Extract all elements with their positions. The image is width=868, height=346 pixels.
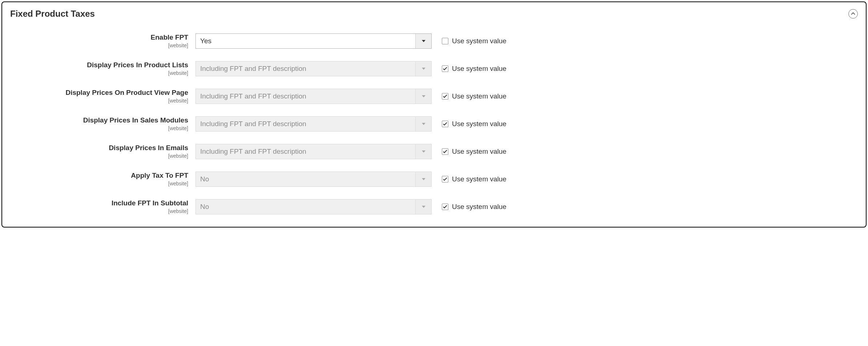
caret-down-icon <box>415 200 431 214</box>
scope-label: [website] <box>10 181 188 186</box>
checkmark-icon <box>443 122 447 126</box>
svg-marker-0 <box>422 40 425 42</box>
checkmark-icon <box>443 94 447 98</box>
use-system-col: Use system value <box>432 61 506 76</box>
field-label: Display Prices In Product Lists <box>10 61 188 69</box>
scope-label: [website] <box>10 153 188 159</box>
select-display-prices-product-view: Including FPT and FPT description <box>195 89 432 104</box>
svg-marker-6 <box>422 206 425 208</box>
caret-down-icon <box>415 172 431 186</box>
caret-down-icon <box>415 89 431 104</box>
select-value: Including FPT and FPT description <box>196 117 415 131</box>
field-label: Enable FPT <box>10 33 188 42</box>
select-col: No <box>195 172 432 187</box>
svg-marker-1 <box>422 68 425 70</box>
use-system-col: Use system value <box>432 172 506 187</box>
caret-down-icon <box>415 61 431 76</box>
label-col: Display Prices In Product Lists[website] <box>10 61 195 76</box>
scope-label: [website] <box>10 125 188 131</box>
checkmark-icon <box>443 177 447 181</box>
field-row-display-prices-product-view: Display Prices On Product View Page[webs… <box>10 89 858 104</box>
scope-label: [website] <box>10 208 188 214</box>
field-label: Display Prices On Product View Page <box>10 89 188 97</box>
label-col: Include FPT In Subtotal[website] <box>10 199 195 214</box>
select-display-prices-product-lists: Including FPT and FPT description <box>195 61 432 76</box>
select-display-prices-emails: Including FPT and FPT description <box>195 144 432 159</box>
use-system-checkbox-display-prices-product-lists[interactable] <box>442 65 448 72</box>
field-row-display-prices-sales-modules: Display Prices In Sales Modules[website]… <box>10 116 858 132</box>
field-row-display-prices-emails: Display Prices In Emails[website]Includi… <box>10 144 858 159</box>
use-system-col: Use system value <box>432 144 506 159</box>
use-system-checkbox-display-prices-sales-modules[interactable] <box>442 121 448 127</box>
panel-title: Fixed Product Taxes <box>10 9 95 19</box>
label-col: Display Prices On Product View Page[webs… <box>10 89 195 104</box>
label-col: Apply Tax To FPT[website] <box>10 172 195 186</box>
fields-container: Enable FPT[website]YesUse system valueDi… <box>10 33 858 214</box>
checkmark-icon <box>443 150 447 153</box>
select-value: No <box>196 200 415 214</box>
select-display-prices-sales-modules: Including FPT and FPT description <box>195 116 432 132</box>
use-system-label[interactable]: Use system value <box>452 120 506 128</box>
select-include-fpt-in-subtotal: No <box>195 199 432 214</box>
field-label: Display Prices In Emails <box>10 144 188 152</box>
select-col: Yes <box>195 33 432 49</box>
scope-label: [website] <box>10 70 188 76</box>
caret-down-icon <box>415 117 431 131</box>
use-system-label[interactable]: Use system value <box>452 92 506 100</box>
use-system-checkbox-include-fpt-in-subtotal[interactable] <box>442 204 448 210</box>
select-apply-tax-to-fpt: No <box>195 172 432 187</box>
scope-label: [website] <box>10 43 188 48</box>
field-row-apply-tax-to-fpt: Apply Tax To FPT[website]NoUse system va… <box>10 172 858 187</box>
select-col: Including FPT and FPT description <box>195 61 432 76</box>
scope-label: [website] <box>10 98 188 104</box>
select-col: Including FPT and FPT description <box>195 89 432 104</box>
use-system-label[interactable]: Use system value <box>452 148 506 156</box>
select-value: Including FPT and FPT description <box>196 89 415 104</box>
use-system-checkbox-display-prices-emails[interactable] <box>442 148 448 155</box>
select-value: Including FPT and FPT description <box>196 144 415 159</box>
use-system-label[interactable]: Use system value <box>452 65 506 73</box>
use-system-checkbox-display-prices-product-view[interactable] <box>442 93 448 100</box>
use-system-checkbox-apply-tax-to-fpt[interactable] <box>442 176 448 182</box>
use-system-col: Use system value <box>432 33 506 49</box>
field-row-enable-fpt: Enable FPT[website]YesUse system value <box>10 33 858 49</box>
use-system-checkbox-enable-fpt[interactable] <box>442 38 448 44</box>
checkmark-icon <box>443 67 447 71</box>
field-label: Include FPT In Subtotal <box>10 199 188 208</box>
svg-marker-2 <box>422 95 425 97</box>
panel-header: Fixed Product Taxes <box>10 9 858 19</box>
field-row-include-fpt-in-subtotal: Include FPT In Subtotal[website]NoUse sy… <box>10 199 858 214</box>
caret-down-icon <box>415 34 431 48</box>
label-col: Display Prices In Emails[website] <box>10 144 195 159</box>
select-col: Including FPT and FPT description <box>195 116 432 132</box>
use-system-label[interactable]: Use system value <box>452 203 506 211</box>
select-col: Including FPT and FPT description <box>195 144 432 159</box>
select-enable-fpt[interactable]: Yes <box>195 33 432 49</box>
caret-down-icon <box>415 144 431 159</box>
use-system-label[interactable]: Use system value <box>452 37 506 45</box>
select-value: Including FPT and FPT description <box>196 61 415 76</box>
select-col: No <box>195 199 432 214</box>
select-value: Yes <box>196 34 415 48</box>
field-row-display-prices-product-lists: Display Prices In Product Lists[website]… <box>10 61 858 76</box>
svg-marker-5 <box>422 178 425 180</box>
svg-marker-4 <box>422 150 425 153</box>
svg-marker-3 <box>422 123 425 125</box>
label-col: Display Prices In Sales Modules[website] <box>10 116 195 131</box>
checkmark-icon <box>443 205 447 209</box>
use-system-col: Use system value <box>432 116 506 132</box>
use-system-col: Use system value <box>432 89 506 104</box>
field-label: Display Prices In Sales Modules <box>10 116 188 125</box>
collapse-toggle[interactable] <box>848 9 858 19</box>
chevron-up-icon <box>851 12 855 15</box>
label-col: Enable FPT[website] <box>10 33 195 48</box>
use-system-label[interactable]: Use system value <box>452 175 506 183</box>
use-system-col: Use system value <box>432 199 506 214</box>
field-label: Apply Tax To FPT <box>10 172 188 180</box>
select-value: No <box>196 172 415 186</box>
fixed-product-taxes-panel: Fixed Product Taxes Enable FPT[website]Y… <box>1 1 867 228</box>
